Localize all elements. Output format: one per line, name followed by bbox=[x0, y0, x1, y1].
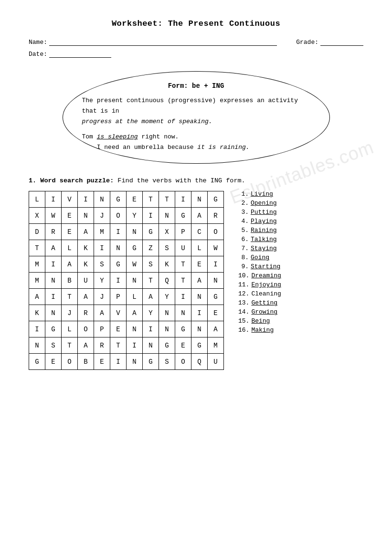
grid-cell: L bbox=[29, 191, 45, 208]
grid-cell: E bbox=[191, 256, 208, 273]
grid-cell: G bbox=[159, 337, 175, 354]
grid-cell: V bbox=[110, 305, 127, 321]
word-list-item: 6.Talking bbox=[238, 236, 281, 242]
word-list-item: 9.Starting bbox=[238, 263, 281, 270]
grid-cell: G bbox=[110, 191, 127, 208]
word-list-item: 12.Cleaning bbox=[238, 291, 281, 297]
grid-cell: L bbox=[62, 321, 78, 337]
grid-cell: T bbox=[110, 337, 127, 354]
grid-cell: B bbox=[78, 354, 94, 370]
content-area: LIVINGETTINGXWENJOYINGARDREAMINGXPCOTALK… bbox=[29, 191, 363, 370]
word-list-word: Talking bbox=[251, 236, 277, 242]
word-list-word: Starting bbox=[251, 263, 280, 270]
grid-cell: G bbox=[208, 191, 224, 208]
word-list-num: 16. bbox=[238, 327, 249, 333]
grid-cell: X bbox=[29, 208, 45, 224]
word-list-word: Getting bbox=[251, 300, 277, 306]
oval-body-line1: The present continuous (progressive) exp… bbox=[82, 97, 298, 115]
grid-cell: C bbox=[191, 224, 208, 240]
grid-cell: W bbox=[208, 240, 224, 256]
section1-instruction: Find the verbs with the ING form. bbox=[117, 177, 245, 184]
grid-cell: D bbox=[29, 224, 45, 240]
grid-cell: O bbox=[175, 354, 191, 370]
grid-cell: P bbox=[94, 321, 110, 337]
grid-cell: A bbox=[191, 208, 208, 224]
grid-cell: I bbox=[110, 224, 127, 240]
grid-cell: T bbox=[29, 240, 45, 256]
word-list-item: 8.Going bbox=[238, 254, 281, 261]
grid-cell: I bbox=[175, 289, 191, 305]
word-list-word: Cleaning bbox=[251, 291, 281, 297]
grid-cell: N bbox=[45, 305, 62, 321]
grid-cell: N bbox=[127, 321, 143, 337]
grid-row: AITAJPLAYING bbox=[29, 289, 224, 305]
oval-example2-prefix: I need an umbrella because bbox=[97, 144, 198, 151]
word-list-num: 8. bbox=[238, 254, 249, 261]
grid-cell: N bbox=[94, 191, 110, 208]
grid-cell: A bbox=[78, 337, 94, 354]
oval-example1-underlined: is sleeping bbox=[97, 133, 138, 140]
grid-row: LIVINGETTING bbox=[29, 191, 224, 208]
grid-cell: K bbox=[78, 240, 94, 256]
grid-cell: O bbox=[110, 208, 127, 224]
grid-cell: N bbox=[143, 337, 159, 354]
word-list-num: 2. bbox=[238, 200, 249, 206]
word-list-item: 3.Putting bbox=[238, 209, 281, 215]
grid-cell: M bbox=[94, 224, 110, 240]
word-list-word: Making bbox=[251, 327, 274, 333]
oval-body: The present continuous (progressive) exp… bbox=[82, 95, 310, 153]
grid-cell: I bbox=[110, 273, 127, 289]
grid-cell: G bbox=[175, 321, 191, 337]
grid-cell: M bbox=[29, 256, 45, 273]
section1-label: 1. Word search puzzle: bbox=[29, 177, 114, 184]
grid-cell: U bbox=[175, 240, 191, 256]
grid-cell: B bbox=[62, 273, 78, 289]
word-list-word: Staying bbox=[251, 245, 277, 252]
grid-cell: I bbox=[208, 256, 224, 273]
date-label: Date: bbox=[29, 51, 47, 58]
grid-cell: N bbox=[127, 224, 143, 240]
word-list-num: 14. bbox=[238, 309, 249, 315]
word-list-item: 14.Growing bbox=[238, 309, 281, 315]
grid-cell: E bbox=[45, 354, 62, 370]
grid-cell: V bbox=[62, 191, 78, 208]
grid-cell: N bbox=[127, 273, 143, 289]
grade-field: Grade: bbox=[296, 39, 363, 46]
name-line bbox=[49, 45, 277, 46]
grid-cell: G bbox=[191, 337, 208, 354]
date-line bbox=[49, 57, 111, 58]
word-list-word: Living bbox=[251, 191, 273, 197]
grid-cell: T bbox=[143, 191, 159, 208]
grade-line bbox=[320, 45, 363, 46]
word-list-word: Being bbox=[251, 318, 270, 324]
grid-cell: N bbox=[127, 354, 143, 370]
grid-cell: X bbox=[159, 224, 175, 240]
grid-cell: J bbox=[94, 208, 110, 224]
grid-row: IGLOPENINGNA bbox=[29, 321, 224, 337]
grid-row: DREAMINGXPCO bbox=[29, 224, 224, 240]
grid-cell: N bbox=[191, 191, 208, 208]
grid-cell: N bbox=[110, 240, 127, 256]
grid-cell: N bbox=[45, 273, 62, 289]
grid-cell: K bbox=[159, 256, 175, 273]
grid-cell: A bbox=[78, 289, 94, 305]
grid-cell: T bbox=[62, 337, 78, 354]
oval-example2-italic: it is raining. bbox=[197, 144, 249, 151]
word-list-num: 13. bbox=[238, 300, 249, 306]
word-list: 1.Living2.Opening3.Putting4.Playing5.Rai… bbox=[238, 191, 281, 336]
grid-cell: Y bbox=[143, 305, 159, 321]
grid-cell: P bbox=[110, 289, 127, 305]
grid-cell: G bbox=[45, 321, 62, 337]
grid-cell: T bbox=[143, 273, 159, 289]
grid-cell: N bbox=[159, 208, 175, 224]
grid-cell: P bbox=[175, 224, 191, 240]
word-list-num: 1. bbox=[238, 191, 249, 197]
grid-cell: E bbox=[208, 305, 224, 321]
grid-row: TALKINGZSULW bbox=[29, 240, 224, 256]
grid-cell: N bbox=[208, 273, 224, 289]
grid-cell: I bbox=[45, 289, 62, 305]
grid-cell: U bbox=[78, 273, 94, 289]
grid-cell: S bbox=[159, 354, 175, 370]
word-list-item: 1.Living bbox=[238, 191, 281, 197]
word-list-item: 5.Raining bbox=[238, 227, 281, 233]
